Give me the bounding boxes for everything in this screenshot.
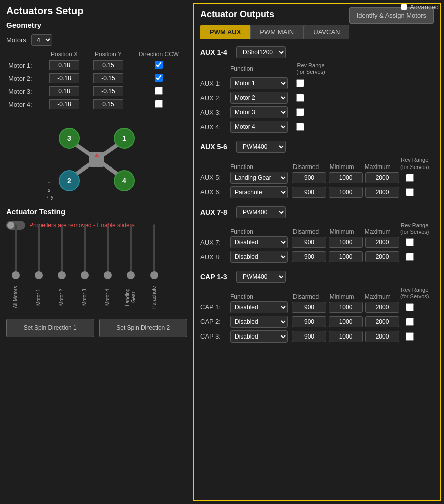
rev-checkbox-3-0[interactable]: [406, 303, 414, 311]
fn-select-2-0[interactable]: DisabledDisabledMotor 1Motor 2Motor 3Mot…: [230, 236, 288, 248]
motor-posx-1[interactable]: [49, 73, 79, 83]
max-input-2-1[interactable]: [365, 251, 399, 262]
disarmed-input-3-2[interactable]: [292, 331, 326, 342]
advanced-checkbox[interactable]: [401, 4, 407, 10]
svg-text:↑: ↑: [48, 180, 51, 186]
rev-checkbox-1-1[interactable]: [406, 188, 414, 196]
fn-select-2-1[interactable]: DisabledDisabledMotor 1Motor 2Motor 3Mot…: [230, 251, 288, 263]
motor-posy-3[interactable]: [93, 99, 123, 109]
motor-posy-2[interactable]: [93, 86, 123, 96]
rev-checkbox-0-3[interactable]: [296, 123, 304, 131]
min-input-1-0[interactable]: [329, 172, 363, 183]
fn-select-3-1[interactable]: DisabledDisabledMotor 1Motor 2Motor 3Mot…: [230, 316, 288, 328]
aux-row-3-0: CAP 1:DisabledDisabledMotor 1Motor 2Moto…: [200, 301, 434, 313]
motor-posx-0[interactable]: [49, 60, 79, 70]
rev-checkbox-0-2[interactable]: [296, 108, 304, 116]
slider-thumb-3[interactable]: [81, 271, 89, 279]
aux-group-0: AUX 1-4 DShot1200 PWM400 DShot1200 Funct…: [200, 46, 434, 133]
motor-label-0: Motor 1:: [6, 59, 42, 72]
page-title: Actuators Setup: [6, 5, 187, 17]
max-input-3-1[interactable]: [365, 316, 399, 327]
fn-select-0-3[interactable]: Motor 4DisabledMotor 1Motor 2Motor 3Moto…: [230, 121, 288, 133]
aux-row-0-3: AUX 4:Motor 4DisabledMotor 1Motor 2Motor…: [200, 121, 434, 133]
min-input-3-0[interactable]: [329, 302, 363, 313]
slider-col-1: Motor 1: [29, 224, 48, 312]
rev-checkbox-2-0[interactable]: [406, 238, 414, 246]
disarmed-input-2-1[interactable]: [292, 251, 326, 262]
fn-select-3-2[interactable]: DisabledDisabledMotor 1Motor 2Motor 3Mot…: [230, 330, 288, 343]
slider-track-6[interactable]: [153, 224, 155, 279]
aux-group-label-0: AUX 1-4: [200, 48, 230, 56]
min-input-2-1[interactable]: [329, 251, 363, 262]
slider-track-4[interactable]: [107, 224, 109, 279]
spin-direction-1-button[interactable]: Set Spin Direction 1: [6, 319, 94, 337]
max-input-1-0[interactable]: [365, 172, 399, 183]
slider-track-3[interactable]: [84, 224, 86, 279]
slider-track-1[interactable]: [38, 224, 40, 279]
tab-pwm-main[interactable]: PWM MAIN: [250, 25, 304, 39]
motor-posy-1[interactable]: [93, 73, 123, 83]
slider-label-1: Motor 1: [36, 282, 42, 312]
slider-track-0[interactable]: [15, 224, 17, 279]
disarmed-input-2-0[interactable]: [292, 237, 326, 248]
motor-label-1: Motor 2:: [6, 72, 42, 85]
slider-thumb-4[interactable]: [104, 271, 112, 279]
rev-checkbox-0-1[interactable]: [296, 94, 304, 102]
fn-select-1-0[interactable]: Landing GearDisabledMotor 1Motor 2Motor …: [230, 172, 288, 184]
svg-text:1: 1: [122, 134, 126, 142]
rev-checkbox-3-1[interactable]: [406, 318, 414, 326]
slider-thumb-1[interactable]: [35, 271, 43, 279]
motor-posx-3[interactable]: [49, 99, 79, 109]
rev-checkbox-0-0[interactable]: [296, 79, 304, 87]
motor-posy-0[interactable]: [93, 60, 123, 70]
disarmed-input-3-0[interactable]: [292, 302, 326, 313]
slider-track-5[interactable]: [130, 224, 132, 279]
min-input-1-1[interactable]: [329, 187, 363, 198]
motor-ccw-2[interactable]: [155, 87, 163, 95]
max-input-3-2[interactable]: [365, 331, 399, 342]
slider-track-2[interactable]: [61, 224, 63, 279]
fn-select-0-0[interactable]: Motor 1DisabledMotor 1Motor 2Motor 3Moto…: [230, 77, 288, 89]
fn-select-1-1[interactable]: ParachuteDisabledMotor 1Motor 2Motor 3Mo…: [230, 186, 288, 198]
protocol-select-0[interactable]: DShot1200 PWM400 DShot1200: [236, 46, 286, 58]
advanced-label: Advanced: [410, 3, 439, 11]
col-dir: Direction CCW: [130, 50, 187, 59]
min-input-3-2[interactable]: [329, 331, 363, 342]
rev-checkbox-2-1[interactable]: [406, 253, 414, 261]
slider-col-2: Motor 2: [52, 224, 71, 312]
disarmed-input-1-1[interactable]: [292, 187, 326, 198]
slider-col-5: Landing Gear: [121, 224, 140, 312]
slider-label-3: Motor 3: [82, 282, 88, 312]
aux-row-1-1: AUX 6:ParachuteDisabledMotor 1Motor 2Mot…: [200, 186, 434, 198]
slider-label-2: Motor 2: [59, 282, 65, 312]
slider-thumb-2[interactable]: [58, 271, 66, 279]
col-pos-y: Position Y: [86, 50, 130, 59]
motor-posx-2[interactable]: [49, 86, 79, 96]
fn-select-0-2[interactable]: Motor 3DisabledMotor 1Motor 2Motor 3Moto…: [230, 106, 288, 118]
slider-thumb-6[interactable]: [150, 271, 158, 279]
min-input-2-0[interactable]: [329, 237, 363, 248]
fn-select-0-1[interactable]: Motor 2DisabledMotor 1Motor 2Motor 3Moto…: [230, 92, 288, 104]
protocol-select-2[interactable]: PWM400 PWM400 DShot1200: [236, 206, 286, 218]
min-input-3-1[interactable]: [329, 316, 363, 327]
motors-count-select[interactable]: 4 3 6 8: [31, 34, 52, 46]
disarmed-input-3-1[interactable]: [292, 316, 326, 327]
max-input-2-0[interactable]: [365, 237, 399, 248]
protocol-select-1[interactable]: PWM400 PWM400 DShot1200: [236, 141, 286, 153]
tab-pwm-aux[interactable]: PWM AUX: [200, 25, 250, 39]
protocol-select-3[interactable]: PWM400 PWM400 DShot1200: [236, 271, 286, 283]
slider-thumb-0[interactable]: [12, 271, 20, 279]
slider-label-6: Parachute: [151, 282, 157, 312]
motor-ccw-3[interactable]: [155, 100, 163, 108]
rev-checkbox-1-0[interactable]: [406, 174, 414, 182]
disarmed-input-1-0[interactable]: [292, 172, 326, 183]
motor-ccw-1[interactable]: [155, 74, 163, 82]
fn-select-3-0[interactable]: DisabledDisabledMotor 1Motor 2Motor 3Mot…: [230, 301, 288, 313]
spin-direction-2-button[interactable]: Set Spin Direction 2: [99, 319, 188, 337]
rev-checkbox-3-2[interactable]: [406, 332, 414, 341]
max-input-1-1[interactable]: [365, 187, 399, 198]
slider-thumb-5[interactable]: [127, 271, 135, 279]
tab-uavcan[interactable]: UAVCAN: [304, 25, 349, 39]
motor-ccw-0[interactable]: [155, 61, 163, 69]
max-input-3-0[interactable]: [365, 302, 399, 313]
